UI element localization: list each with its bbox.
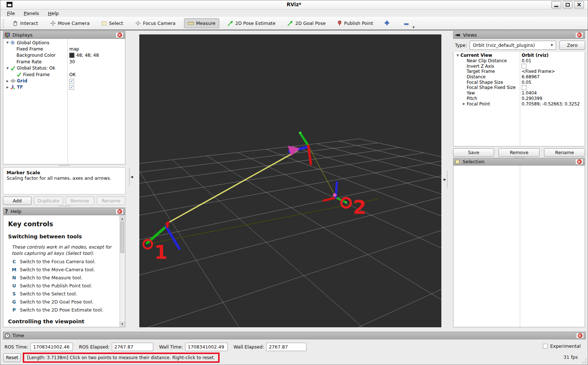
- scroll-down-icon[interactable]: ▼: [120, 322, 125, 327]
- views-row-pitch[interactable]: Pitch0.290399: [453, 96, 585, 101]
- views-value-focal-shape-size[interactable]: 0.05: [520, 80, 585, 85]
- remove-tool-button[interactable]: ▼: [401, 18, 412, 29]
- displays-value-fixed-frame[interactable]: OK: [67, 72, 125, 77]
- displays-value-background-color[interactable]: 48; 48; 48: [67, 53, 125, 58]
- views-value-invert-z-axis[interactable]: [520, 64, 585, 68]
- displays-buttons: AddDuplicateRemoveRename: [3, 197, 125, 205]
- tool-2d-pose-estimate[interactable]: 2D Pose Estimate: [224, 18, 279, 28]
- scrollbar-thumb[interactable]: [120, 221, 124, 253]
- views-value-pitch[interactable]: 0.290399: [520, 96, 585, 101]
- checkbox-invert-z-axis[interactable]: [522, 64, 526, 68]
- tool-interact[interactable]: Interact: [9, 18, 42, 28]
- color-swatch: [69, 53, 74, 58]
- selection-panel-header[interactable]: Selection ×: [453, 158, 585, 165]
- views-row-near-clip-distance[interactable]: Near Clip Distance0.01: [453, 58, 585, 64]
- displays-row-fixed-frame[interactable]: Fixed Framemap: [3, 46, 125, 52]
- collapse-icon[interactable]: ▼: [5, 41, 10, 44]
- help-panel-header[interactable]: ? Help ×: [3, 208, 125, 215]
- reset-button[interactable]: Reset: [3, 353, 21, 362]
- maximize-button[interactable]: [563, 1, 573, 8]
- expand-icon[interactable]: ▶: [5, 79, 10, 83]
- time-panel-header[interactable]: Time ×: [3, 332, 586, 339]
- displays-close-button[interactable]: ×: [115, 32, 124, 38]
- toolbar-drag-handle[interactable]: [3, 19, 5, 28]
- close-button[interactable]: ×: [574, 1, 584, 8]
- views-row-focal-shape-size[interactable]: Focal Shape Size0.05: [453, 79, 585, 85]
- views-row-current-view[interactable]: ▼Current ViewOrbit (rviz): [453, 53, 585, 58]
- views-row-focal-shape-fixed-size[interactable]: Focal Shape Fixed Size: [453, 85, 585, 90]
- menu-item-file[interactable]: File: [7, 11, 15, 16]
- displays-row-fixed-frame[interactable]: Fixed FrameOK: [3, 71, 125, 78]
- views-rename-button[interactable]: Rename: [544, 148, 585, 157]
- displays-row-background-color[interactable]: Background Color48; 48; 48: [3, 52, 125, 59]
- views-row-invert-z-axis[interactable]: Invert Z Axis: [453, 63, 585, 69]
- help-scrollbar[interactable]: ▲ ▼: [120, 216, 125, 327]
- views-value-current-view[interactable]: Orbit (rviz): [520, 53, 585, 58]
- views-row-distance[interactable]: Distance6.68967: [453, 74, 585, 80]
- displays-row-frame-rate[interactable]: Frame Rate30: [3, 59, 125, 65]
- time-close-button[interactable]: ×: [576, 333, 584, 339]
- displays-add-button[interactable]: Add: [3, 197, 32, 205]
- views-value-focal-point[interactable]: 0.70589; -0.52663; 0.3252: [520, 101, 585, 107]
- help-close-button[interactable]: ×: [115, 209, 124, 215]
- shortcut-key: M: [12, 267, 16, 272]
- collapse-icon[interactable]: ▼: [455, 54, 460, 57]
- tool-focus-camera[interactable]: Focus Camera: [132, 18, 179, 28]
- chevron-left-icon: ◀: [131, 175, 133, 179]
- ros-elapsed-field[interactable]: 2767.87: [112, 343, 153, 351]
- shortcut-key: G: [12, 299, 16, 305]
- splitter-handle[interactable]: [59, 165, 70, 166]
- views-value-yaw[interactable]: 1.0404: [520, 90, 585, 96]
- menu-item-help[interactable]: Help: [48, 11, 59, 16]
- views-panel-header[interactable]: Views ×: [453, 31, 585, 39]
- menu-item-panels[interactable]: Panels: [24, 11, 39, 16]
- displays-row-global-options[interactable]: ▼Global Options: [3, 40, 125, 46]
- tool-move-camera[interactable]: Move Camera: [47, 18, 93, 28]
- zero-button[interactable]: Zero: [559, 41, 585, 50]
- checkbox-focal-shape-fixed-size[interactable]: [522, 85, 526, 90]
- displays-row-grid[interactable]: ▶Grid✓: [3, 78, 125, 84]
- views-remove-button[interactable]: Remove: [499, 148, 540, 157]
- checkbox-tf[interactable]: ✓: [69, 85, 74, 90]
- views-value-focal-shape-fixed-size[interactable]: [520, 85, 585, 90]
- views-save-button[interactable]: Save: [453, 148, 494, 157]
- scroll-up-icon[interactable]: ▲: [120, 216, 125, 221]
- views-row-yaw[interactable]: Yaw1.0404: [453, 90, 585, 96]
- selection-column-splitter[interactable]: [520, 166, 520, 327]
- views-row-focal-point[interactable]: ▶Focal Point0.70589; -0.52663; 0.3252: [453, 101, 585, 107]
- wall-time-field[interactable]: 1708341002.49: [185, 343, 228, 351]
- selection-close-button[interactable]: ×: [575, 159, 583, 165]
- views-close-button[interactable]: ×: [575, 32, 583, 38]
- minimize-button[interactable]: [551, 1, 561, 8]
- wall-elapsed-field[interactable]: 2767.87: [266, 343, 306, 351]
- displays-value-tf[interactable]: ✓: [67, 85, 125, 90]
- views-value-near-clip-distance[interactable]: 0.01: [520, 58, 585, 63]
- tool-2d-goal-pose[interactable]: 2D Goal Pose: [284, 18, 329, 28]
- 3d-viewport[interactable]: 12: [139, 34, 441, 327]
- expand-icon[interactable]: ▶: [461, 102, 467, 105]
- experimental-checkbox[interactable]: [543, 344, 548, 349]
- displays-row-tf[interactable]: ▶TF✓: [3, 84, 125, 90]
- displays-value-fixed-frame[interactable]: map: [67, 46, 125, 52]
- expand-icon[interactable]: ▶: [5, 86, 10, 89]
- displays-value-frame-rate[interactable]: 30: [67, 59, 125, 64]
- collapse-left-panel-handle[interactable]: ◀: [128, 168, 133, 185]
- add-tool-button[interactable]: [382, 18, 392, 29]
- views-row-target-frame[interactable]: Target Frame<Fixed Frame>: [453, 69, 585, 74]
- resize-grip[interactable]: [581, 358, 587, 364]
- tool-publish-point[interactable]: Publish Point: [334, 18, 377, 28]
- displays-value-grid[interactable]: ✓: [67, 79, 125, 83]
- views-value-distance[interactable]: 6.68967: [520, 74, 585, 79]
- displays-row-global-status-ok[interactable]: ▼Global Status: Ok: [3, 65, 125, 71]
- displays-panel-header[interactable]: Displays ×: [3, 31, 125, 39]
- views-value-target-frame[interactable]: <Fixed Frame>: [520, 69, 585, 74]
- tool-select[interactable]: Select: [98, 18, 127, 28]
- collapse-right-panel-handle[interactable]: ▶: [444, 171, 448, 188]
- title-bar[interactable]: RViz* ×: [0, 0, 588, 10]
- splitter-handle[interactable]: [59, 206, 70, 206]
- checkbox-grid[interactable]: ✓: [69, 79, 74, 83]
- view-type-dropdown[interactable]: Orbit (rviz_default_plugins) ▼: [470, 41, 556, 50]
- ros-time-field[interactable]: 1708341002.46: [30, 343, 73, 351]
- tool-measure[interactable]: Measure: [184, 18, 219, 28]
- collapse-icon[interactable]: ▼: [5, 67, 10, 70]
